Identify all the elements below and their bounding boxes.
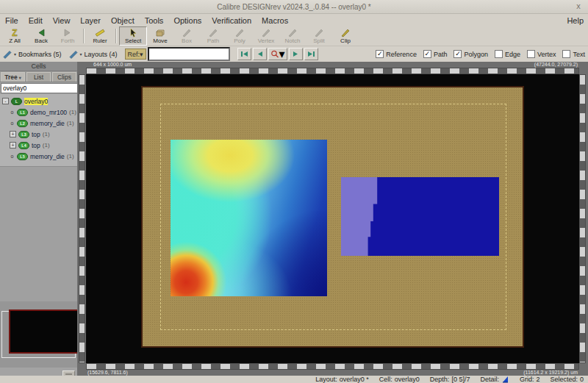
tree-item-memory-die-1[interactable]: o L2 memory_die (1): [0, 118, 77, 129]
forth-button[interactable]: Forth: [54, 26, 81, 46]
tree-item-count: (1): [67, 120, 74, 126]
tree-item-label: top: [32, 142, 40, 149]
memory-die-block[interactable]: [341, 177, 499, 256]
menu-tools[interactable]: Tools: [140, 16, 169, 25]
thermal-heatmap-overlay[interactable]: [171, 140, 327, 296]
go-back-button[interactable]: [253, 48, 267, 60]
layout-viewport[interactable]: [86, 74, 579, 363]
text-checkbox-box[interactable]: [562, 50, 570, 58]
cells-panel-empty-area: [0, 167, 77, 301]
checkbox-edge[interactable]: Edge: [495, 50, 520, 58]
layouts-button[interactable]: ▾ Layouts (4): [69, 50, 118, 59]
menu-options[interactable]: Options: [168, 16, 207, 25]
right-ruler: [579, 74, 586, 363]
clip-button[interactable]: Clip: [332, 26, 359, 46]
title-bar: Calibre DESIGNrev v2024.3_.0.84 -- overl…: [0, 0, 588, 14]
notch-button[interactable]: Notch: [279, 26, 306, 46]
cell-icon: L1: [17, 109, 28, 116]
expand-icon[interactable]: +: [10, 142, 16, 148]
path-checkbox-box[interactable]: [423, 50, 431, 58]
ruler-icon: [95, 28, 105, 37]
memory-die-purple-region: [341, 177, 385, 256]
poly-button[interactable]: Poly: [226, 26, 253, 46]
select-button[interactable]: Select: [119, 26, 147, 46]
clip-pencil-icon: [340, 28, 351, 37]
zoom-select-button[interactable]: ▾: [268, 48, 287, 60]
ref-dropdown[interactable]: Ref: ▾: [125, 49, 146, 60]
checkbox-reference[interactable]: Reference: [376, 50, 417, 58]
tree-item-label: overlay0: [24, 98, 48, 105]
forth-arrow-icon: [62, 28, 73, 37]
expand-icon[interactable]: +: [10, 131, 16, 137]
ref-input[interactable]: [148, 47, 230, 61]
tree-item-memory-die-2[interactable]: o L5 memory_die (1): [0, 151, 77, 162]
tree-item-top-1[interactable]: + L3 top (1): [0, 129, 77, 140]
canvas-bottom-labels: (15629.6, 7811.6) (11614.2 x 19219.2) um: [77, 370, 588, 376]
next-arrow-icon: [293, 51, 299, 57]
checkbox-text[interactable]: Text: [562, 50, 585, 58]
ruler-button[interactable]: Ruler: [87, 26, 113, 46]
menu-file[interactable]: File: [0, 16, 24, 25]
go-first-button[interactable]: [237, 48, 251, 60]
cells-tabs: Tree▾ List Clips: [0, 71, 77, 82]
poly-pencil-icon: [234, 28, 245, 37]
menu-help[interactable]: Help: [562, 16, 588, 25]
status-detail: Detail:: [480, 376, 509, 383]
box-pencil-icon: [182, 28, 192, 37]
detail-level-icon[interactable]: [501, 376, 509, 383]
menu-layer[interactable]: Layer: [75, 16, 106, 25]
tree-item-overlay0[interactable]: - L overlay0: [0, 96, 77, 107]
tab-tree[interactable]: Tree▾: [1, 72, 25, 82]
back-button[interactable]: Back: [28, 26, 54, 46]
checkbox-vertex[interactable]: Vertex: [527, 50, 556, 58]
tab-clips[interactable]: Clips: [52, 72, 76, 82]
tree-item-label: demo_mr100: [30, 109, 67, 116]
cell-filter-input[interactable]: [1, 83, 78, 93]
go-last-button[interactable]: [304, 48, 318, 60]
menu-verification[interactable]: Verification: [207, 16, 257, 25]
reference-checkbox-box[interactable]: [376, 50, 384, 58]
left-ruler: [79, 74, 85, 363]
split-pencil-icon: [314, 28, 324, 37]
split-button[interactable]: Split: [306, 26, 332, 46]
move-button[interactable]: Move: [147, 26, 173, 46]
bookmark-pencil-icon: [3, 50, 12, 59]
status-depth: Depth: [0 5]/7: [430, 376, 470, 383]
cell-icon: L2: [17, 120, 28, 127]
back-arrow-icon: [36, 28, 46, 37]
go-forward-button[interactable]: [289, 48, 303, 60]
path-button[interactable]: Path: [200, 26, 226, 46]
tree-item-label: memory_die: [30, 120, 65, 127]
tree-item-top-2[interactable]: + L4 top (1): [0, 140, 77, 151]
vertex-button[interactable]: Vertex: [253, 26, 279, 46]
status-selected: Selected: 0: [550, 376, 584, 383]
cells-panel-title: Cells: [0, 62, 77, 71]
leaf-icon: o: [10, 154, 15, 159]
checkbox-path[interactable]: Path: [423, 50, 448, 58]
polygon-checkbox-box[interactable]: [453, 50, 462, 58]
layout-canvas-panel: 644 x 1000.0 um (47244.0, 27079.2) (1562…: [77, 62, 588, 376]
window-title: Calibre DESIGNrev v2024.3_.0.84 -- overl…: [217, 3, 371, 11]
close-button[interactable]: x: [573, 1, 584, 10]
menu-view[interactable]: View: [48, 16, 76, 25]
tab-list[interactable]: List: [26, 72, 51, 82]
zoom-all-button[interactable]: Z Z All: [1, 26, 28, 46]
box-button[interactable]: Box: [173, 26, 200, 46]
cell-icon: L3: [18, 131, 29, 138]
menu-object[interactable]: Object: [106, 16, 140, 25]
menu-macros[interactable]: Macros: [257, 16, 293, 25]
checkbox-polygon[interactable]: Polygon: [453, 50, 488, 58]
leaf-icon: o: [10, 110, 15, 115]
vertex-checkbox-box[interactable]: [527, 50, 535, 58]
edge-checkbox-box[interactable]: [495, 50, 503, 58]
tree-item-count: (1): [69, 109, 76, 115]
menu-edit[interactable]: Edit: [24, 16, 48, 25]
bookmarks-button[interactable]: ▾ Bookmarks (5): [3, 50, 62, 59]
tree-item-demo-mr100[interactable]: o L1 demo_mr100 (1): [0, 107, 77, 118]
collapse-icon[interactable]: -: [2, 98, 9, 104]
path-pencil-icon: [208, 28, 218, 37]
calibre-designrev-window: Calibre DESIGNrev v2024.3_.0.84 -- overl…: [0, 0, 588, 383]
overview-minimap[interactable]: [0, 301, 77, 368]
layouts-pencil-icon: [69, 50, 78, 59]
tree-item-count: (1): [43, 131, 50, 137]
